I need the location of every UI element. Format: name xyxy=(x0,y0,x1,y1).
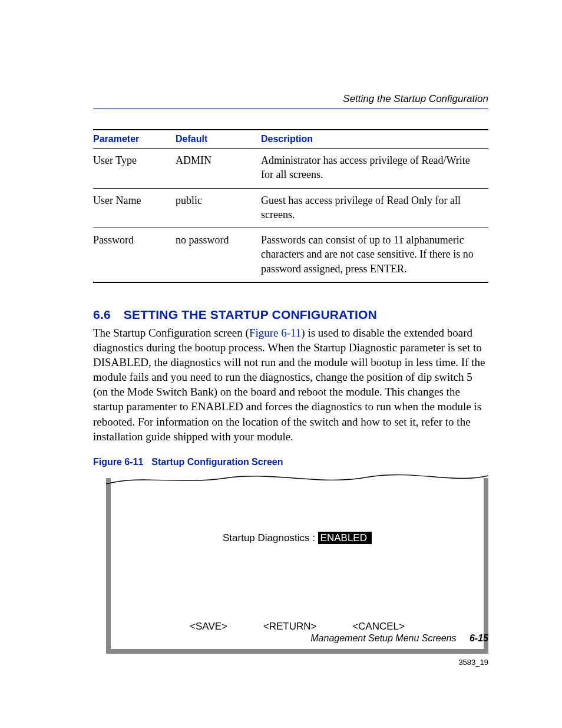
th-parameter: Parameter xyxy=(93,130,176,149)
torn-edge-icon xyxy=(106,472,488,486)
figure-crossref[interactable]: Figure 6-11 xyxy=(249,327,301,339)
screen-actions: <SAVE> <RETURN> <CANCEL> xyxy=(111,621,484,633)
section-title: SETTING THE STARTUP CONFIGURATION xyxy=(124,308,377,321)
running-head: Setting the Startup Configuration xyxy=(93,93,488,105)
startup-diagnostics-label: Startup Diagnostics : xyxy=(223,532,318,543)
cell-default: no password xyxy=(176,228,261,282)
cell-desc: Passwords can consist of up to 11 alphan… xyxy=(261,228,488,282)
parameter-table: Parameter Default Description User Type … xyxy=(93,129,488,283)
th-description: Description xyxy=(261,130,488,149)
startup-diagnostics-value: ENABLED xyxy=(318,532,372,544)
page-footer: Management Setup Menu Screens 6-15 xyxy=(310,633,488,644)
footer-text: Management Setup Menu Screens xyxy=(310,633,456,643)
cell-default: public xyxy=(176,188,261,228)
figure-id: 3583_19 xyxy=(458,658,488,667)
cancel-action: <CANCEL> xyxy=(352,621,405,632)
table-row: User Name public Guest has access privil… xyxy=(93,188,488,228)
figure-title: Startup Configuration Screen xyxy=(151,457,283,467)
table-row: Password no password Passwords can consi… xyxy=(93,228,488,282)
cell-desc: Guest has access privilege of Read Only … xyxy=(261,188,488,228)
page-number: 6-15 xyxy=(470,633,488,643)
return-action: <RETURN> xyxy=(263,621,317,632)
header-rule xyxy=(93,108,488,109)
screen-frame: Startup Diagnostics : ENABLED <SAVE> <RE… xyxy=(106,478,488,654)
section-heading: 6.6SETTING THE STARTUP CONFIGURATION xyxy=(93,308,488,322)
cell-default: ADMIN xyxy=(176,149,261,189)
para-text: The Startup Configuration screen ( xyxy=(93,327,249,339)
figure-caption: Figure 6-11Startup Configuration Screen xyxy=(93,457,488,467)
th-default: Default xyxy=(176,130,261,149)
cell-desc: Administrator has access privilege of Re… xyxy=(261,149,488,189)
table-row: User Type ADMIN Administrator has access… xyxy=(93,149,488,189)
save-action: <SAVE> xyxy=(190,621,227,632)
section-paragraph: The Startup Configuration screen (Figure… xyxy=(93,325,488,444)
startup-diagnostics-row: Startup Diagnostics : ENABLED xyxy=(111,532,484,544)
cell-param: User Type xyxy=(93,149,176,189)
cell-param: User Name xyxy=(93,188,176,228)
figure-label: Figure 6-11 xyxy=(93,457,143,467)
para-text: ) is used to disable the extended board … xyxy=(93,327,485,443)
cell-param: Password xyxy=(93,228,176,282)
section-number: 6.6 xyxy=(93,308,111,322)
